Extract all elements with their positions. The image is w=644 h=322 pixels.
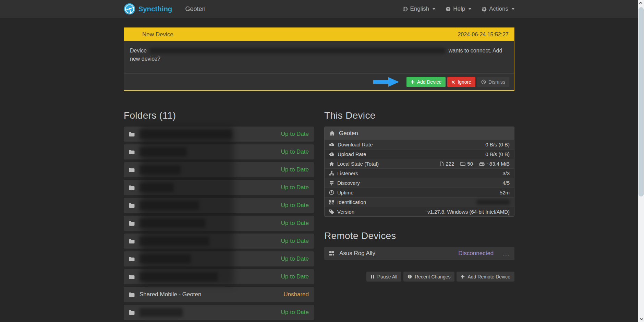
help-menu[interactable]: ? Help (446, 5, 471, 12)
add-device-button[interactable]: Add Device (406, 77, 446, 87)
brand-name: Syncthing (138, 5, 172, 13)
folder-status: Up to Date (281, 273, 309, 280)
device-actions-bar: Pause All i Recent Changes Add Remote De… (324, 272, 514, 282)
local-state-folders: 50 (460, 161, 473, 167)
folder-status: Up to Date (281, 148, 309, 155)
redacted-folder-name (139, 272, 218, 281)
qr-code-icon (329, 200, 334, 205)
pause-icon (370, 275, 375, 279)
folders-heading: Folders (11) (124, 110, 314, 121)
syncthing-web-ui: Syncthing Geoten English ? Help (0, 0, 638, 322)
svg-text:i: i (410, 275, 410, 278)
folder-status: Up to Date (281, 184, 309, 191)
redacted-folder-name (139, 165, 181, 174)
folder-icon (129, 292, 135, 297)
clock-icon (329, 190, 334, 195)
folder-status: Up to Date (281, 166, 309, 173)
redacted-folder-name (139, 147, 187, 156)
tag-icon (329, 209, 334, 214)
remote-device-status-suffix: .... (502, 251, 510, 257)
folder-list: Up to Date Up to Date Up to Date (124, 127, 314, 320)
hard-drive-icon (479, 162, 485, 166)
folder-row[interactable]: Up to Date (124, 234, 314, 249)
add-remote-device-button[interactable]: Add Remote Device (457, 272, 514, 282)
folder-row[interactable]: Up to Date (124, 198, 314, 213)
folder-icon (129, 132, 135, 137)
folder-row[interactable]: Up to Date (124, 127, 314, 142)
help-label: Help (453, 5, 465, 12)
folder-icon (129, 221, 135, 226)
chevron-down-icon (433, 8, 435, 10)
folder-row[interactable]: Up to Date (124, 144, 314, 159)
recent-changes-button[interactable]: i Recent Changes (403, 272, 454, 282)
language-menu[interactable]: English (403, 5, 436, 12)
upload-rate-value: 0 B/s (0 B) (485, 151, 510, 157)
new-device-notification: New Device 2024-06-24 15:52:27 Device wa… (124, 27, 514, 91)
uptime-value: 52m (500, 190, 510, 195)
folder-row[interactable]: Up to Date (124, 216, 314, 231)
folder-icon (129, 167, 135, 172)
device-blocks-icon (329, 251, 335, 256)
syncthing-logo-icon (124, 3, 135, 15)
page-title: Geoten (185, 5, 205, 13)
ignore-button[interactable]: Ignore (447, 77, 475, 87)
folder-row[interactable]: Up to Date (124, 162, 314, 177)
message-prefix: Device (130, 48, 147, 53)
pause-all-button[interactable]: Pause All (366, 272, 401, 282)
folder-status: Unshared (283, 291, 309, 298)
cloud-upload-icon (329, 152, 335, 156)
dismiss-button[interactable]: Dismiss (477, 77, 509, 87)
remote-devices-heading: Remote Devices (324, 230, 514, 242)
redacted-folder-name (139, 201, 199, 210)
folder-row[interactable]: Up to Date (124, 251, 314, 266)
stat-row-upload-rate: Upload Rate 0 B/s (0 B) (325, 149, 514, 159)
stat-row-listeners: Listeners 3/3 (325, 168, 514, 178)
version-value: v1.27.8, Windows (64-bit Intel/AMD) (427, 209, 510, 215)
remote-device-name: Asus Rog Ally (339, 250, 453, 257)
folder-status: Up to Date (281, 238, 309, 245)
navbar: Syncthing Geoten English ? Help (0, 0, 638, 18)
home-icon (329, 131, 335, 136)
folder-status: Up to Date (281, 202, 309, 209)
redacted-folder-name (139, 254, 191, 263)
remote-device-row-asus-rog-ally[interactable]: Asus Rog Ally Disconnected .... (324, 247, 514, 260)
folder-row-shared-mobile-geoten[interactable]: Shared Mobile - Geoten Unshared (124, 287, 314, 302)
redacted-folder-name (139, 308, 183, 317)
folder-icon (129, 239, 135, 244)
folder-icon (129, 185, 135, 190)
listeners-value: 3/3 (502, 170, 510, 176)
actions-menu[interactable]: Actions (482, 5, 514, 12)
scrollbar-down-arrow[interactable] (638, 316, 644, 322)
scrollbar[interactable] (638, 0, 644, 322)
redacted-identification (477, 200, 510, 205)
stat-row-discovery: Discovery 4/5 (325, 178, 514, 188)
scrollbar-thumb[interactable] (639, 7, 644, 196)
file-icon (440, 162, 444, 166)
folder-name: Shared Mobile - Geoten (139, 291, 279, 298)
folder-status: Up to Date (281, 255, 309, 262)
stat-row-uptime: Uptime 52m (325, 188, 514, 197)
chevron-down-icon (512, 8, 514, 10)
sitemap-icon (329, 171, 334, 176)
folder-icon (129, 203, 135, 208)
local-state-size: ~83.4 MiB (479, 161, 510, 167)
folder-status: Up to Date (281, 309, 309, 316)
folder-icon (129, 257, 135, 262)
this-device-header[interactable]: Geoten (325, 127, 514, 140)
x-icon (451, 80, 455, 84)
home-icon (329, 162, 334, 166)
brand[interactable]: Syncthing (124, 3, 172, 15)
scrollbar-up-arrow[interactable] (638, 0, 644, 6)
folder-row[interactable]: Up to Date (124, 180, 314, 195)
redacted-device-id (150, 48, 445, 53)
stat-row-local-state: Local State (Total) 222 50 (325, 159, 514, 168)
question-circle-icon: ? (446, 7, 451, 12)
actions-label: Actions (489, 5, 508, 12)
folder-row[interactable]: Up to Date (124, 305, 314, 320)
language-label: English (410, 5, 429, 12)
this-device-panel: Geoten Download Rate 0 B/s (0 B) Upload … (324, 127, 514, 217)
stat-row-download-rate: Download Rate 0 B/s (0 B) (325, 140, 514, 149)
this-device-heading: This Device (324, 110, 514, 121)
folder-row[interactable]: Up to Date (124, 269, 314, 284)
download-rate-value: 0 B/s (0 B) (485, 142, 510, 147)
